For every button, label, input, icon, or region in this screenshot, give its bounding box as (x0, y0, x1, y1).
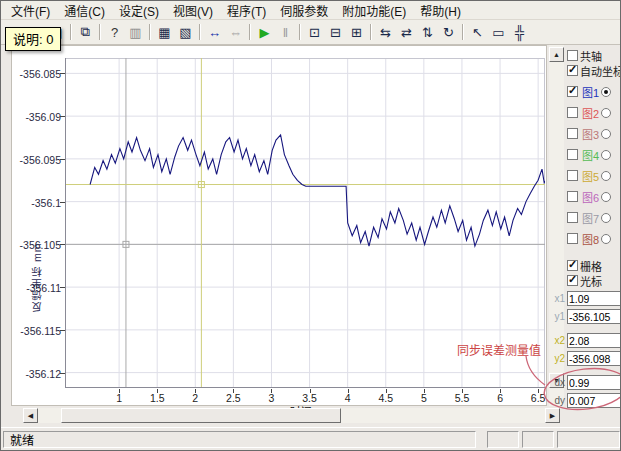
trace-radio-4[interactable] (601, 150, 611, 160)
plot-area[interactable] (65, 58, 545, 388)
trace-radio-8[interactable] (601, 234, 611, 244)
horizontal-scrollbar[interactable]: ◀ ▶ (23, 408, 560, 423)
trace-checkbox-4[interactable] (567, 149, 578, 160)
trace-checkbox-5[interactable] (567, 170, 578, 181)
y-tick-label: -356.085 (12, 68, 61, 80)
common-axis-checkbox[interactable] (567, 50, 578, 61)
x-tick-mark (271, 389, 272, 393)
x-tick-mark (195, 389, 196, 393)
auto-scale-label: 自动坐标 (580, 63, 621, 79)
trace-radio-1[interactable] (601, 87, 611, 97)
field-row-dy: dy (546, 393, 621, 408)
trace-label-5: 图5 (582, 168, 599, 184)
chart-window-icon[interactable]: ▦ (154, 22, 175, 42)
zoom-x-icon[interactable]: ⇄ (396, 22, 417, 42)
field-y2-input[interactable] (567, 351, 621, 366)
app-window: 文件(F)通信(C)设定(S)视图(V)程序(T)伺服参数附加功能(E)帮助(H… (0, 0, 621, 451)
scrollbar-thumb[interactable] (61, 408, 341, 423)
status-bar: 就绪 (1, 427, 621, 450)
toolbar-separator (462, 24, 464, 40)
menu-comm[interactable]: 通信(C) (57, 1, 112, 20)
x-tick-mark (462, 389, 463, 393)
y-tick-label: -356.1 (12, 197, 61, 209)
toolbar-separator (70, 24, 72, 40)
tooltip: 说明: 0 (5, 27, 61, 51)
trace-radio-7[interactable] (601, 213, 611, 223)
trace-checkbox-3[interactable] (567, 128, 578, 139)
scroll-left-button[interactable]: ◀ (23, 408, 38, 423)
field-y1-input[interactable] (567, 309, 621, 324)
help-icon[interactable]: ? (104, 22, 125, 42)
menu-help[interactable]: 帮助(H) (413, 1, 468, 20)
status-message: 就绪 (3, 431, 476, 448)
field-row-y1: y1 (546, 309, 621, 324)
y-tick-label: -356.095 (12, 154, 61, 166)
trace-radio-3[interactable] (601, 129, 611, 139)
expand-time-icon[interactable]: ↔ (204, 22, 225, 42)
menu-settings[interactable]: 设定(S) (112, 1, 166, 20)
x-tick-mark (157, 389, 158, 393)
scroll-right-button[interactable]: ▶ (545, 408, 560, 423)
chart-grid-icon[interactable]: ▧ (175, 22, 196, 42)
trace-checkbox-1[interactable] (567, 86, 578, 97)
grid-checkbox[interactable] (567, 260, 578, 271)
field-label-dx: dx (546, 377, 565, 388)
toolbar: ▯▱▣⧉?▥▦▧↔⇔▶‖⊡⊟⊞⇆⇄⇅↻↖▭╬ (1, 20, 620, 45)
trace-row-8: 图8 (567, 231, 621, 246)
cursor-row: 光标 (567, 273, 621, 288)
common-axis-row: 共轴 (567, 48, 621, 63)
zoom-reset-icon[interactable]: ↻ (438, 22, 459, 42)
x-tick-mark (386, 389, 387, 393)
field-dx-input[interactable] (567, 375, 621, 390)
play-icon[interactable]: ▶ (254, 22, 275, 42)
menu-program[interactable]: 程序(T) (220, 1, 273, 20)
print-icon[interactable]: ▥ (125, 22, 146, 42)
trace-radio-6[interactable] (601, 192, 611, 202)
status-cell-3 (557, 431, 620, 448)
zoom-window-icon[interactable]: ⊡ (304, 22, 325, 42)
copy-icon[interactable]: ⧉ (75, 22, 96, 42)
shrink-time-icon[interactable]: ⇔ (225, 22, 246, 42)
field-label-y2: y2 (546, 353, 565, 364)
trace-list: 图1图2图3图4图5图6图7图8 (567, 84, 621, 246)
pointer-icon[interactable]: ↖ (467, 22, 488, 42)
trace-row-1: 图1 (567, 84, 621, 99)
menu-extra-functions[interactable]: 附加功能(E) (335, 1, 413, 20)
trace-checkbox-2[interactable] (567, 107, 578, 118)
field-x1-input[interactable] (567, 291, 621, 306)
trace-label-1: 图1 (582, 84, 599, 100)
zoom-vertical-icon[interactable]: ⊞ (346, 22, 367, 42)
trace-row-4: 图4 (567, 147, 621, 162)
trace-radio-2[interactable] (601, 108, 611, 118)
trace-row-3: 图3 (567, 126, 621, 141)
field-x2-input[interactable] (567, 333, 621, 348)
auto-scale-checkbox[interactable] (567, 65, 578, 76)
trace-row-6: 图6 (567, 189, 621, 204)
y-tick-label: -356.105 (12, 239, 61, 251)
cursor-checkbox[interactable] (567, 275, 578, 286)
zoom-y-icon[interactable]: ⇅ (417, 22, 438, 42)
menu-view[interactable]: 视图(V) (166, 1, 220, 20)
trace-checkbox-7[interactable] (567, 212, 578, 223)
move-icon[interactable]: ╬ (509, 22, 530, 42)
scroll-up-button[interactable]: ▲ (549, 47, 564, 62)
zoom-horizontal-icon[interactable]: ⊟ (325, 22, 346, 42)
select-rect-icon[interactable]: ▭ (488, 22, 509, 42)
trace-row-5: 图5 (567, 168, 621, 183)
grid-row: 栅格 (567, 258, 621, 273)
pause-icon[interactable]: ‖ (275, 22, 296, 42)
field-row-y2: y2 (546, 351, 621, 366)
cursor-label: 光标 (580, 273, 602, 289)
trace-radio-5[interactable] (601, 171, 611, 181)
menu-servo-params[interactable]: 伺服参数 (273, 1, 335, 20)
pan-icon[interactable]: ⇆ (375, 22, 396, 42)
toolbar-separator (199, 24, 201, 40)
field-label-dy: dy (546, 395, 565, 406)
y-tick-label: -356.12 (12, 368, 61, 380)
field-dy-input[interactable] (567, 393, 621, 408)
toolbar-separator (249, 24, 251, 40)
field-row-x1: x1 (546, 291, 621, 306)
menu-file[interactable]: 文件(F) (4, 1, 57, 20)
trace-checkbox-8[interactable] (567, 233, 578, 244)
trace-checkbox-6[interactable] (567, 191, 578, 202)
